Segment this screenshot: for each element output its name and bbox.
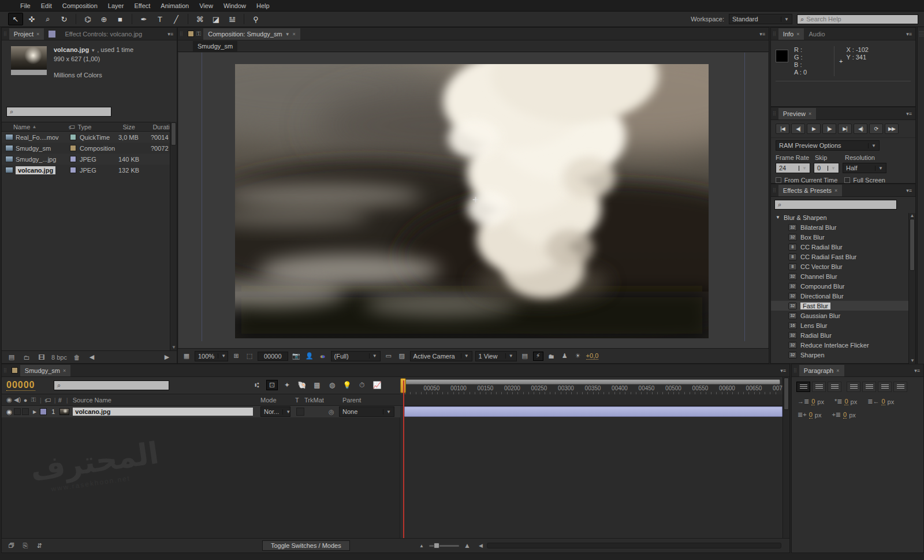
tab-preview[interactable]: Preview× [778,108,816,120]
layer-duration-bar[interactable] [404,406,783,417]
layer-solo-toggle[interactable] [22,408,29,415]
table-row-smudgy-jpg[interactable]: Smudgy_...jpgJPEG140 KB [2,154,177,165]
first-frame-button[interactable]: |◀ [776,124,789,134]
effects-scrollbar[interactable]: ▲ ▼ [908,213,915,364]
tab-effects-presets[interactable]: Effects & Presets× [778,185,842,196]
panel-menu-icon[interactable]: ▾≡ [164,31,177,37]
timeline-scrollbar[interactable] [783,377,789,539]
comp-mini-flowchart-icon[interactable]: ⑆ [251,380,263,390]
effects-group-row[interactable]: ▼ Blur & Sharpen [771,212,915,222]
collapsed-panel-strip[interactable]: ⣿⣿ [917,27,924,364]
magnification-dropdown[interactable]: 100%▼ [195,351,228,361]
live-update-icon[interactable]: ⊡ [266,380,278,390]
work-area-bar[interactable] [405,379,780,384]
next-frame-button[interactable]: |▶ [822,124,836,134]
align-left-button[interactable] [796,382,810,392]
snapshot-icon[interactable]: 📷 [291,352,301,361]
playhead-line[interactable] [403,380,404,539]
lock-icon[interactable]: ⚿ [196,30,201,38]
align-right-button[interactable] [828,382,841,392]
align-center-button[interactable] [812,382,826,392]
indent-right-value[interactable]: 0 [881,398,885,405]
effect-item-sharpen[interactable]: 32Sharpen [771,350,915,360]
pen-tool-icon[interactable]: ✒ [136,13,151,25]
draft-3d-icon[interactable]: ✦ [281,380,293,390]
selection-tool-icon[interactable]: ↖ [8,13,23,25]
preview-resolution-dropdown[interactable]: Half▼ [843,163,886,173]
comp-timecode[interactable]: 00000 [258,352,288,361]
tab-info[interactable]: Info× [778,28,804,40]
panel-grip[interactable]: ⣿ [771,31,778,36]
scroll-left-icon[interactable]: ◀ [479,543,483,548]
panel-grip[interactable]: ⣿ [771,111,778,116]
trkmat-box[interactable] [296,408,304,416]
justify-all-button[interactable] [893,382,907,392]
pan-behind-tool-icon[interactable]: ⊕ [96,13,111,25]
interpret-footage-icon[interactable]: ▤ [6,353,17,362]
zoom-tool-icon[interactable]: ⌕ [40,13,55,25]
panel-menu-icon[interactable]: ▾≡ [911,368,923,374]
grid-guides-icon[interactable]: ▤ [520,352,530,361]
close-icon[interactable]: × [836,368,839,374]
rectangle-tool-icon[interactable]: ■ [113,13,128,25]
timeline-button-icon[interactable]: ⚡ [533,352,543,361]
lock-column-icon[interactable]: ⚿ [29,396,38,404]
effects-search[interactable]: ⌕ [774,200,897,210]
layer-name[interactable]: volcano.jpg [73,408,253,416]
audio-column-icon[interactable]: ◀) [13,396,21,404]
current-time-display[interactable]: 00000 [6,380,35,391]
menu-file[interactable]: File [15,1,36,10]
row-name[interactable]: Real_Fo....mov [16,134,59,141]
hand-tool-icon[interactable]: ✜ [24,13,39,25]
ram-preview-options-dropdown[interactable]: RAM Preview Options▼ [776,140,880,151]
layer-expand-icon[interactable]: ▶ [33,409,36,415]
menu-view[interactable]: View [194,1,218,10]
panel-menu-icon[interactable]: ▾≡ [903,188,915,193]
zoom-out-mountain-icon[interactable]: ▲ [419,543,424,548]
panel-grip[interactable]: ⣿ [178,31,185,36]
column-parent[interactable]: Parent [342,397,361,404]
reset-exposure-icon[interactable]: ♟ [560,352,570,361]
effects-search-input[interactable] [784,201,893,208]
zoom-in-mountain-icon[interactable]: ▲ [464,542,471,550]
panel-grip[interactable]: ⣿ [2,31,9,36]
channels-icon[interactable]: ●●● [318,352,328,361]
column-t[interactable]: T [295,397,299,404]
panel-grip[interactable]: ⣿ [792,368,799,373]
indent-right-field[interactable]: ≣←0px [867,398,894,405]
scroll-left-icon[interactable]: ◀ [87,353,97,362]
expand-in-out-panes-icon[interactable]: ⇵ [34,541,44,550]
graph-editor-icon[interactable]: 📈 [371,380,383,390]
layer-label-chip[interactable] [40,408,47,415]
previous-frame-button[interactable]: ◀| [791,124,805,134]
panel-menu-icon[interactable]: ▾≡ [777,368,789,374]
toggle-switches-modes-button[interactable]: Toggle Switches / Modes [262,540,350,551]
safe-margins-icon[interactable]: ⊞ [231,352,241,361]
column-mode[interactable]: Mode [260,397,277,404]
space-before-field[interactable]: ≣+0px [798,411,821,419]
panel-menu-icon[interactable]: ▾≡ [756,31,769,37]
solo-column-icon[interactable]: ● [21,397,29,404]
chevron-down-icon[interactable]: ▼ [91,48,95,53]
effect-item-lens-blur[interactable]: 16Lens Blur [771,320,915,330]
timeline-search-input[interactable] [63,382,166,389]
effect-item-directional-blur[interactable]: 32Directional Blur [771,291,915,301]
justify-last-center-button[interactable] [862,382,876,392]
menu-help[interactable]: Help [251,1,275,10]
effect-item-fast-blur[interactable]: 32Fast Blur [771,301,915,311]
close-icon[interactable]: × [796,31,799,37]
eye-column-icon[interactable]: ◉ [5,396,13,404]
blend-mode-dropdown[interactable]: Nor...▼ [260,406,290,417]
tab-timeline-smudgy-sm[interactable]: Smudgy_sm× [20,365,70,376]
space-after-field[interactable]: +≣0px [832,411,855,419]
camera-tool-icon[interactable]: ⌬ [80,13,95,25]
hide-shy-layers-icon[interactable]: 🐚 [296,380,308,390]
effect-item-cc-radial-fast-blur[interactable]: 8CC Radial Fast Blur [771,252,915,262]
effect-item-radial-blur[interactable]: 32Radial Blur [771,330,915,340]
disclosure-triangle-icon[interactable]: ▼ [776,215,780,220]
frame-rate-dropdown[interactable]: 24▼ [776,163,810,173]
new-composition-icon[interactable]: 🎞 [36,353,47,362]
help-search-input[interactable] [806,16,915,23]
effect-item-channel-blur[interactable]: 32Channel Blur [771,271,915,281]
scroll-right-icon[interactable]: ▶ [162,353,172,362]
